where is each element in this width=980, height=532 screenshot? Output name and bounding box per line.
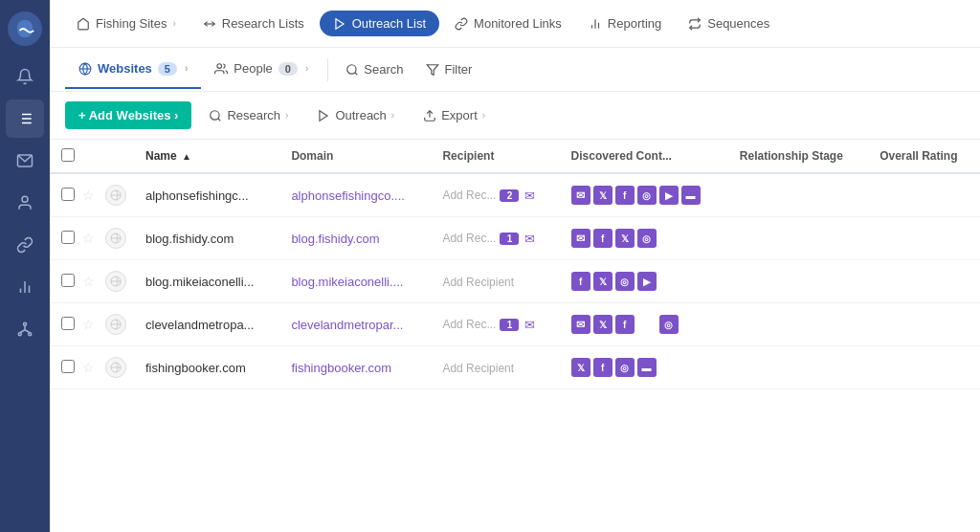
add-websites-label: + Add Websites › <box>78 108 178 122</box>
sidebar <box>0 0 50 532</box>
app-logo[interactable] <box>8 11 42 46</box>
row5-checkbox[interactable] <box>61 360 75 373</box>
row1-facebook-icon[interactable]: f <box>615 186 635 205</box>
row2-email-count-badge: 1 <box>500 233 519 245</box>
row2-email-icon[interactable]: ✉ <box>571 229 590 248</box>
row2-twitter-icon[interactable]: 𝕏 <box>615 229 635 248</box>
email-icon[interactable] <box>6 142 44 180</box>
header-domain: Domain <box>279 140 431 173</box>
research-action[interactable]: Research › <box>197 101 300 129</box>
row4-domain-link[interactable]: clevelandmetropar... <box>291 318 403 332</box>
chart-icon[interactable] <box>6 268 44 306</box>
select-all-checkbox[interactable] <box>61 148 75 162</box>
row4-email-count-badge: 1 <box>500 319 519 331</box>
table-header-row: Name ▲ Domain Recipient Discovered Cont.… <box>50 140 980 173</box>
row1-add-recipient[interactable]: Add Rec... <box>442 188 496 202</box>
list-icon[interactable] <box>6 100 44 138</box>
row4-twitter-icon[interactable]: 𝕏 <box>593 315 612 334</box>
row5-twitter-icon[interactable]: 𝕏 <box>571 358 590 377</box>
row1-rss-icon[interactable]: ▬ <box>681 186 701 205</box>
filter-label: Filter <box>444 62 472 77</box>
nav-monitored-links[interactable]: Monitored Links <box>443 11 573 36</box>
row5-star-icon[interactable]: ☆ <box>82 360 95 375</box>
row5-add-recipient[interactable]: Add Recipient <box>442 362 514 375</box>
row3-youtube-icon[interactable]: ▶ <box>637 272 657 291</box>
header-discovered: Discovered Cont... <box>560 140 728 173</box>
chevron-right-icon: › <box>172 18 175 29</box>
row3-site-icon-cell <box>103 260 134 303</box>
svg-line-29 <box>218 118 221 121</box>
sites-table-container: Name ▲ Domain Recipient Discovered Cont.… <box>50 140 980 532</box>
svg-point-7 <box>22 196 28 202</box>
websites-count-badge: 5 <box>158 62 177 76</box>
research-label: Research <box>227 108 280 122</box>
filter-button[interactable]: Filter <box>414 56 483 82</box>
header-checkbox-col <box>50 140 80 173</box>
row4-checkbox[interactable] <box>61 317 75 330</box>
row2-domain-link[interactable]: blog.fishidy.com <box>291 232 379 246</box>
row1-domain-link[interactable]: alphonsefishingco.... <box>291 188 405 203</box>
notification-icon[interactable] <box>6 57 44 96</box>
row4-add-recipient[interactable]: Add Rec... <box>442 318 496 331</box>
row2-name-cell: blog.fishidy.com <box>134 217 279 260</box>
svg-point-13 <box>29 333 32 336</box>
row2-facebook-icon[interactable]: f <box>593 229 612 248</box>
row3-domain-link[interactable]: blog.mikeiaconelli.... <box>291 275 403 289</box>
row2-instagram-icon[interactable]: ◎ <box>637 229 657 248</box>
row3-facebook-icon[interactable]: f <box>571 272 590 291</box>
row5-social-cell: 𝕏 f ◎ ▬ <box>560 346 728 389</box>
nav-fishing-sites[interactable]: Fishing Sites › <box>65 11 188 36</box>
row5-rss-icon[interactable]: ▬ <box>637 358 657 377</box>
row3-social-icons: f 𝕏 ◎ ▶ <box>571 272 717 291</box>
row1-instagram-icon[interactable]: ◎ <box>637 186 657 205</box>
header-icon-col <box>103 140 134 173</box>
nav-reporting[interactable]: Reporting <box>577 11 673 36</box>
row3-site-favicon <box>105 271 126 292</box>
tab-websites-label: Websites <box>98 61 152 76</box>
table-row: ☆ blog.fishidy.com blog.fishidy.com <box>50 217 980 260</box>
row2-recipient-area: Add Rec... 1 ✉ <box>442 232 547 246</box>
add-websites-button[interactable]: + Add Websites › <box>65 101 191 129</box>
export-action[interactable]: Export › <box>412 101 497 129</box>
row1-star-icon[interactable]: ☆ <box>82 188 95 203</box>
link-icon[interactable] <box>6 226 44 264</box>
row3-add-recipient[interactable]: Add Recipient <box>442 276 514 289</box>
person-icon[interactable] <box>6 184 44 222</box>
row3-star-icon[interactable]: ☆ <box>82 274 95 289</box>
row4-star-icon[interactable]: ☆ <box>82 317 95 332</box>
row4-facebook-icon[interactable]: f <box>615 315 635 334</box>
row2-checkbox[interactable] <box>61 231 75 244</box>
row5-instagram-icon[interactable]: ◎ <box>615 358 635 377</box>
row1-checkbox[interactable] <box>61 188 75 201</box>
row1-email-icon[interactable]: ✉ <box>571 186 590 205</box>
row5-facebook-icon[interactable]: f <box>593 358 612 377</box>
row4-facebook2-icon[interactable]: f <box>637 315 657 334</box>
outreach-action[interactable]: Outreach › <box>305 101 406 129</box>
row5-rating-cell <box>868 346 980 389</box>
row4-instagram-icon[interactable]: ◎ <box>659 315 679 334</box>
nav-research-lists[interactable]: Research Lists <box>191 11 316 36</box>
hierarchy-icon[interactable] <box>6 310 44 348</box>
nav-outreach-list[interactable]: Outreach List <box>320 11 439 36</box>
nav-sequences[interactable]: Sequences <box>677 11 781 36</box>
row2-add-recipient[interactable]: Add Rec... <box>442 232 496 245</box>
row3-instagram-icon[interactable]: ◎ <box>615 272 635 291</box>
row4-social-icons: ✉ 𝕏 f f ◎ <box>571 315 717 334</box>
row1-youtube-icon[interactable]: ▶ <box>659 186 679 205</box>
svg-point-12 <box>18 333 21 336</box>
research-arrow-icon: › <box>285 110 288 121</box>
search-button[interactable]: Search <box>334 56 414 82</box>
row5-site-icon-cell <box>103 346 134 389</box>
row2-star-icon[interactable]: ☆ <box>82 231 95 246</box>
header-name[interactable]: Name ▲ <box>134 140 279 173</box>
row4-rating-cell <box>868 303 980 346</box>
row2-email-icon-sm: ✉ <box>524 232 535 246</box>
table-row: ☆ blog.mikeiaconelli... blog.mikeiaconel… <box>50 260 980 303</box>
tab-websites[interactable]: Websites 5 › <box>65 50 201 89</box>
row1-twitter-icon[interactable]: 𝕏 <box>593 186 612 205</box>
row3-checkbox[interactable] <box>61 274 75 287</box>
row5-domain-link[interactable]: fishingbooker.com <box>291 361 391 375</box>
row3-twitter-icon[interactable]: 𝕏 <box>593 272 612 291</box>
row4-email-icon[interactable]: ✉ <box>571 315 590 334</box>
tab-people[interactable]: People 0 › <box>201 50 322 89</box>
